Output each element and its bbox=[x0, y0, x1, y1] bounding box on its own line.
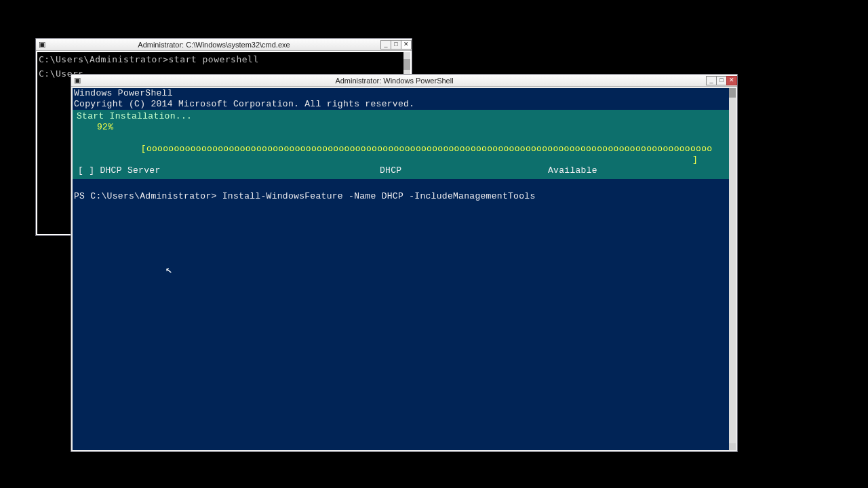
ps-scrollbar-thumb[interactable] bbox=[729, 88, 736, 98]
powershell-icon: ▣ bbox=[73, 76, 82, 85]
ps-scrollbar[interactable] bbox=[729, 88, 736, 450]
progress-bar-close: ] bbox=[692, 155, 725, 165]
feature-row: [ ] DHCP Server DHCP Available bbox=[77, 165, 725, 176]
progress-percent: 92% bbox=[77, 122, 725, 133]
ps-titlebar[interactable]: ▣ Administrator: Windows PowerShell _ □ … bbox=[71, 75, 737, 87]
close-button[interactable]: ✕ bbox=[401, 40, 412, 49]
maximize-button[interactable]: □ bbox=[716, 76, 727, 85]
ps-prompt-line: PS C:\Users\Administrator> Install-Windo… bbox=[73, 179, 736, 202]
ps-banner-title: Windows PowerShell bbox=[73, 88, 736, 99]
ps-scrollbar-down[interactable] bbox=[729, 443, 736, 450]
ps-title: Administrator: Windows PowerShell bbox=[82, 77, 707, 85]
minimize-button[interactable]: _ bbox=[706, 76, 717, 85]
cmd-title: Administrator: C:\Windows\system32\cmd.e… bbox=[47, 41, 381, 49]
cmd-line: C:\Users\Administrator>start powershell bbox=[39, 52, 410, 66]
ps-banner-copyright: Copyright (C) 2014 Microsoft Corporation… bbox=[73, 99, 736, 110]
feature-short: DHCP bbox=[380, 165, 548, 176]
maximize-button[interactable]: □ bbox=[391, 40, 401, 49]
cmd-titlebar[interactable]: ▣ Administrator: C:\Windows\system32\cmd… bbox=[36, 39, 412, 51]
close-button[interactable]: ✕ bbox=[726, 76, 737, 85]
ps-window-buttons: _ □ ✕ bbox=[707, 76, 737, 85]
ps-progress-block: Start Installation... 92% [ooooooooooooo… bbox=[73, 110, 729, 179]
feature-status: Available bbox=[548, 165, 725, 176]
cmd-window-buttons: _ □ ✕ bbox=[381, 40, 412, 49]
ps-body[interactable]: Windows PowerShell Copyright (C) 2014 Mi… bbox=[71, 87, 737, 451]
progress-title: Start Installation... bbox=[77, 111, 725, 122]
powershell-window: ▣ Administrator: Windows PowerShell _ □ … bbox=[71, 74, 738, 452]
progress-bar: [ooooooooooooooooooooooooooooooooooooooo… bbox=[77, 133, 725, 165]
progress-bar-open: [ bbox=[121, 144, 146, 154]
feature-name: [ ] DHCP Server bbox=[78, 165, 380, 176]
cmd-scrollbar-thumb[interactable] bbox=[403, 59, 410, 70]
cmd-icon: ▣ bbox=[37, 40, 47, 49]
minimize-button[interactable]: _ bbox=[380, 40, 391, 49]
progress-bar-fill: oooooooooooooooooooooooooooooooooooooooo… bbox=[146, 144, 712, 154]
